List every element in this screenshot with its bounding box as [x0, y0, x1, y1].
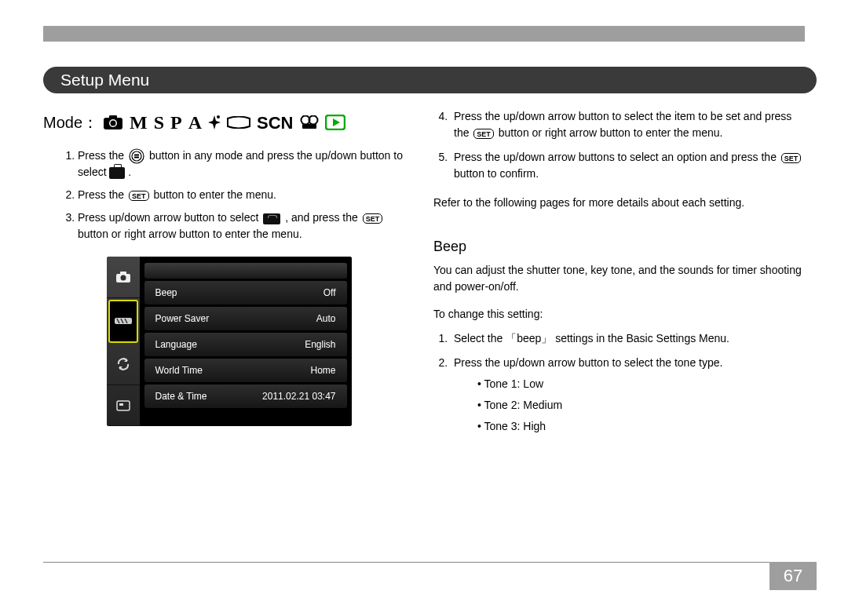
svg-point-10	[132, 151, 141, 161]
camera-row: Power SaverAuto	[144, 307, 347, 330]
mode-m: M	[130, 108, 148, 137]
svg-rect-14	[120, 272, 126, 275]
camera-row: LanguageEnglish	[144, 333, 347, 356]
refer-text: Refer to the following pages for more de…	[433, 195, 805, 211]
beep-step-2: Press the up/down arrow button to select…	[451, 355, 805, 435]
top-gray-bar	[43, 26, 805, 42]
cam-tab-sync-icon	[107, 344, 140, 385]
beep-steps: Select the 「beep」 settings in the Basic …	[433, 330, 805, 435]
svg-point-15	[120, 275, 126, 280]
step-2: Press the SET button to enter the menu.	[78, 187, 415, 203]
beep-step-1: Select the 「beep」 settings in the Basic …	[451, 330, 805, 347]
page-number: 67	[769, 562, 817, 590]
beep-heading: Beep	[433, 236, 805, 257]
svg-rect-7	[302, 124, 316, 129]
mode-p: P	[170, 108, 182, 137]
play-icon	[325, 115, 345, 130]
beep-description: You can adjust the shutter tone, key ton…	[433, 262, 805, 295]
mode-row: Mode： M S P A SCN	[43, 108, 415, 137]
suitcase-icon	[109, 167, 125, 179]
camera-list-header	[144, 263, 347, 279]
step-1: Press the button in any mode and press t…	[78, 148, 415, 180]
camera-menu-screenshot: BeepOff Power SaverAuto LanguageEnglish …	[107, 257, 352, 426]
step-3: Press up/down arrow button to select , a…	[78, 210, 415, 242]
tone-item: Tone 2: Medium	[477, 397, 805, 414]
mode-label: Mode：	[43, 111, 98, 134]
camera-sidebar	[107, 257, 140, 426]
cam-tab-card-icon	[107, 385, 140, 426]
sparkle-icon	[208, 115, 221, 130]
mode-s: S	[154, 108, 164, 137]
menu-wheel-icon	[129, 148, 144, 164]
set-button-icon: SET	[129, 191, 149, 201]
svg-rect-1	[109, 115, 117, 119]
svg-rect-18	[119, 403, 123, 406]
footer-rule	[43, 562, 769, 590]
cam-tab-settings-icon	[108, 300, 138, 343]
camera-main-list: BeepOff Power SaverAuto LanguageEnglish …	[140, 257, 352, 426]
set-button-icon: SET	[473, 129, 494, 139]
svg-rect-12	[134, 157, 139, 159]
mode-scn: SCN	[257, 110, 293, 136]
right-steps-list: Press the up/down arrow button to select…	[433, 108, 805, 182]
step-4: Press the up/down arrow button to select…	[451, 108, 805, 141]
to-change-text: To change this setting:	[433, 306, 805, 323]
cam-tab-camera-icon	[107, 257, 140, 297]
step-5: Press the up/down arrow buttons to selec…	[451, 149, 805, 182]
section-title: Setup Menu	[60, 71, 149, 89]
tone-list: Tone 1: Low Tone 2: Medium Tone 3: High	[454, 376, 805, 435]
mode-icons: M S P A SCN	[103, 108, 345, 137]
svg-point-4	[217, 115, 220, 118]
movie-icon	[300, 115, 319, 129]
tone-item: Tone 3: High	[477, 418, 805, 435]
left-steps-list: Press the button in any mode and press t…	[43, 148, 415, 242]
set-button-icon: SET	[363, 213, 383, 224]
mode-a: A	[188, 108, 202, 137]
page-footer: 67	[43, 562, 817, 590]
camera-row: World TimeHome	[144, 359, 347, 382]
section-title-bar: Setup Menu	[43, 67, 817, 93]
svg-point-3	[111, 121, 116, 126]
left-column: Mode： M S P A SCN	[43, 105, 415, 573]
panorama-icon	[227, 116, 250, 129]
content-area: Mode： M S P A SCN	[43, 105, 805, 573]
svg-rect-11	[134, 155, 139, 156]
camera-mode-icon	[103, 115, 123, 130]
camera-row: Date & Time2011.02.21 03:47	[144, 385, 347, 408]
set-button-icon: SET	[781, 153, 802, 163]
right-column: Press the up/down arrow button to select…	[433, 105, 805, 573]
wrench-bar-icon	[263, 213, 280, 224]
camera-row: BeepOff	[144, 281, 347, 304]
tone-item: Tone 1: Low	[477, 376, 805, 392]
